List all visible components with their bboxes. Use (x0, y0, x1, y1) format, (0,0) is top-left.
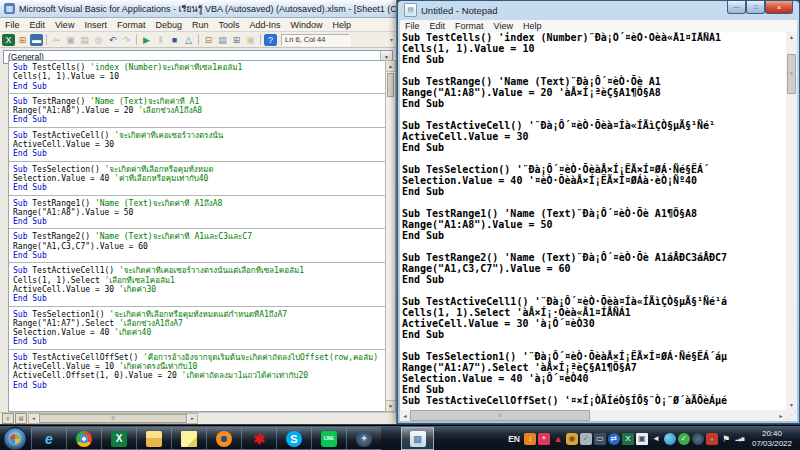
phone-shield-tray-icon[interactable]: ✓ (580, 433, 592, 445)
vba-procedure-block[interactable]: Sub TestRange1() 'Name (Text)จะเกิดค่าที… (9, 197, 385, 230)
taskbar-excel-icon[interactable]: X (101, 427, 136, 450)
downloader-tray-icon[interactable]: ↓ (524, 433, 536, 445)
notepad-vertical-scrollbar[interactable]: ▲ ≡ ▼ (786, 32, 797, 410)
vba-hscroll-thumb[interactable]: ||| (39, 414, 187, 423)
red-triangle-tray-icon[interactable]: ▲ (552, 433, 564, 445)
vba-titlebar[interactable]: ▦ Microsoft Visual Basic for Application… (0, 0, 396, 18)
scroll-down-icon[interactable]: ▼ (386, 400, 395, 411)
vba-menu-tools[interactable]: Tools (213, 20, 244, 30)
design-mode-icon[interactable]: △ (182, 34, 195, 46)
vba-menu-addins[interactable]: Add-Ins (244, 20, 285, 30)
green-check-tray-icon[interactable]: ✓ (678, 433, 690, 445)
notepad-menu-view[interactable]: View (489, 21, 518, 31)
excel-tray-icon[interactable]: X (622, 433, 634, 445)
project-explorer-icon[interactable]: ⊟ (202, 34, 215, 46)
network-signal-icon[interactable]: ▂▄▆ (734, 433, 746, 445)
vba-procedure-block[interactable]: Sub TestActiveCellOffSet() 'คือการอ้างอิ… (9, 351, 385, 392)
scroll-right-icon[interactable]: ► (188, 414, 197, 423)
toolbar-overflow-chevron[interactable]: ▾ (390, 36, 394, 43)
full-module-view-button[interactable]: ▤ (15, 413, 27, 424)
close-button[interactable]: × (765, 1, 793, 14)
action-center-flag-icon[interactable]: ⚑ (720, 433, 732, 445)
vba-horizontal-scrollbar[interactable]: ◄ ||| ► (28, 413, 198, 424)
taskbar-notepad-icon[interactable]: ▤ (401, 427, 434, 450)
dark-globe-tray-icon[interactable] (692, 433, 704, 445)
language-indicator[interactable]: EN (506, 434, 522, 444)
vba-menu-view[interactable]: View (50, 20, 79, 30)
vba-procedure-block[interactable]: Sub TestActiveCell1() 'จะเกิดค่าที่เคอเซ… (9, 264, 385, 306)
taskbar-sticky-notes-icon[interactable] (171, 427, 206, 450)
undo-icon[interactable]: ↶ (106, 34, 119, 46)
vba-menu-debug[interactable]: Debug (150, 20, 187, 30)
vba-menu-insert[interactable]: Insert (79, 20, 112, 30)
volume-tray-icon[interactable]: ◄ (650, 433, 662, 445)
vba-menu-format[interactable]: Format (112, 20, 151, 30)
scroll-up-icon[interactable]: ▲ (386, 61, 395, 72)
insert-userform-icon[interactable]: ⊞ (16, 34, 29, 46)
vba-menu-help[interactable]: Help (328, 20, 357, 30)
reset-icon[interactable]: ■ (168, 34, 181, 46)
notepad-text-area[interactable]: Sub TestCells() 'index (Number)¨Ðà¡Ô´¤èÒ… (400, 32, 786, 410)
monitor-tray-icon[interactable]: ▭ (594, 433, 606, 445)
notepad-menu-help[interactable]: Help (518, 21, 547, 31)
procedure-view-button[interactable]: ≡ (2, 413, 14, 424)
taskbar-skype-icon[interactable]: S (276, 427, 311, 450)
toolbox-icon[interactable]: ▣ (244, 34, 257, 46)
object-browser-icon[interactable]: ⊞ (230, 34, 243, 46)
scroll-right-icon[interactable]: ► (776, 413, 786, 419)
scroll-down-icon[interactable]: ▼ (786, 400, 797, 410)
vba-menu-window[interactable]: Window (286, 20, 328, 30)
find-icon[interactable]: ◎ (92, 34, 105, 46)
network-globe-tray-icon[interactable] (664, 433, 676, 445)
red-badge-tray-icon[interactable]: * (538, 433, 550, 445)
properties-window-icon[interactable]: ▤ (216, 34, 229, 46)
help-icon[interactable]: ? (264, 34, 277, 46)
notepad-menu-edit[interactable]: Edit (425, 21, 451, 31)
scroll-left-icon[interactable]: ◄ (400, 413, 410, 419)
break-icon[interactable]: ‖ (154, 34, 167, 46)
save-icon[interactable]: ▬ (30, 34, 43, 46)
taskbar-line-icon[interactable]: LINE (311, 427, 346, 450)
notepad-horizontal-scrollbar[interactable]: ◄ ||| ► (400, 410, 786, 421)
yellow-app-tray-icon[interactable]: ◉ (566, 433, 578, 445)
notepad-hscroll-thumb[interactable]: ||| (410, 410, 590, 421)
redo-icon[interactable]: ↷ (120, 34, 133, 46)
notepad-menu-format[interactable]: Format (450, 21, 489, 31)
taskbar-chrome-icon[interactable] (66, 427, 101, 450)
resize-grip[interactable]: ⋰ (786, 410, 797, 421)
vba-procedure-block[interactable]: Sub TestRange() 'Name (Text)จะเกิดค่าที่… (9, 95, 385, 128)
vba-procedure-block[interactable]: Sub TesSelection1() 'จะเกิดค่าที่เลือกหร… (9, 308, 385, 350)
vba-procedure-block[interactable]: Sub TestCells() 'index (Number)จะเกิดค่า… (9, 61, 385, 94)
vba-menu-run[interactable]: Run (187, 20, 214, 30)
view-excel-icon[interactable]: X (2, 34, 15, 46)
start-button[interactable] (3, 427, 27, 450)
teamviewer-tray-icon[interactable]: ⇄ (608, 433, 620, 445)
vba-procedure-block[interactable]: Sub TestRange2() 'Name (Text)จะเกิดค่าที… (9, 230, 385, 263)
vba-menu-file[interactable]: File (0, 20, 25, 30)
taskbar-clock[interactable]: 20:40 07/03/2022 (748, 429, 796, 449)
notepad-vscroll-thumb[interactable]: ≡ (787, 54, 796, 94)
run-icon[interactable]: ▶ (140, 34, 153, 46)
taskbar-red-app-icon[interactable]: ✱ (241, 427, 276, 450)
comment-text: 'จะเกิดค่าที่เลือกหรือคุมทั้งหมด (105, 165, 214, 174)
vba-menu-edit[interactable]: Edit (25, 20, 51, 30)
paste-icon[interactable]: ▤ (78, 34, 91, 46)
vba-procedure-block[interactable]: Sub TesSelection() 'จะเกิดค่าที่เลือกหรื… (9, 163, 385, 196)
vba-vscroll-thumb[interactable] (387, 73, 394, 97)
scroll-up-icon[interactable]: ▲ (786, 32, 797, 42)
vba-procedure-block[interactable]: Sub TestActiveCell() 'จะเกิดค่าที่เคอเซอ… (9, 129, 385, 162)
window-tray-icon[interactable]: ▣ (636, 433, 648, 445)
taskbar-firefox-icon[interactable] (206, 427, 241, 450)
taskbar-security-globe-icon[interactable]: ✦ (346, 427, 381, 450)
vba-code-editor[interactable]: Sub TestCells() 'index (Number)จะเกิดค่า… (8, 60, 385, 412)
taskbar-file-explorer-icon[interactable] (136, 427, 171, 450)
copy-icon[interactable]: ▣ (64, 34, 77, 46)
minimize-button[interactable]: — (727, 1, 746, 14)
scroll-left-icon[interactable]: ◄ (29, 414, 38, 423)
taskbar-internet-explorer-icon[interactable]: e (31, 427, 66, 450)
maximize-button[interactable]: □ (746, 1, 765, 14)
notepad-menu-file[interactable]: File (400, 21, 425, 31)
cut-icon[interactable]: ✂ (50, 34, 63, 46)
vba-vertical-scrollbar[interactable]: ▲ ▼ (385, 60, 396, 412)
chat-red-tray-icon[interactable]: ● (706, 433, 718, 445)
